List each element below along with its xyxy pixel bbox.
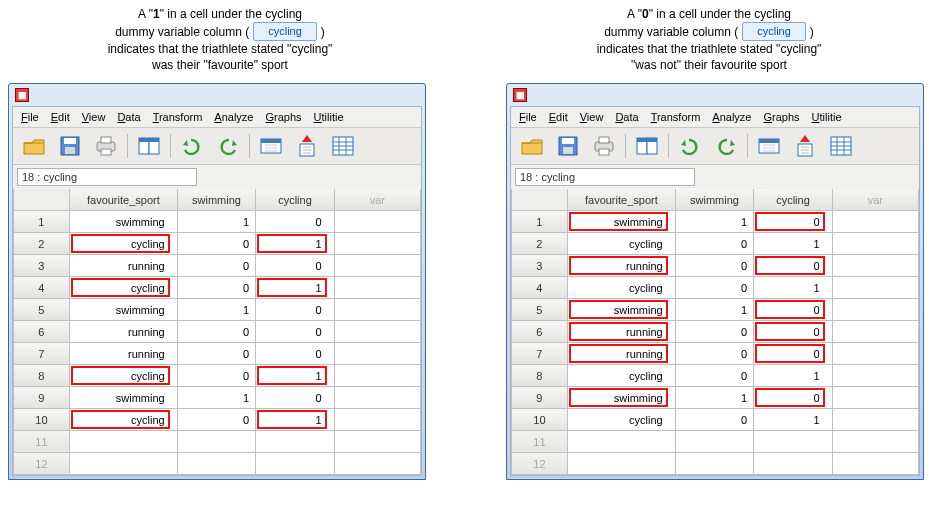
row-header[interactable]: 1 bbox=[13, 211, 70, 233]
cell-swimming[interactable]: 0 bbox=[676, 277, 754, 299]
open-file-button[interactable] bbox=[19, 132, 49, 160]
row-header[interactable]: 4 bbox=[511, 277, 568, 299]
cell-cycling[interactable]: 0 bbox=[256, 343, 334, 365]
row-header[interactable]: 10 bbox=[511, 409, 568, 431]
menu-file[interactable]: File bbox=[21, 111, 39, 123]
cell-var[interactable] bbox=[335, 365, 421, 387]
menu-edit[interactable]: Edit bbox=[549, 111, 568, 123]
print-button[interactable] bbox=[91, 132, 121, 160]
cell-swimming[interactable] bbox=[178, 453, 256, 475]
cell-favourite[interactable]: swimming bbox=[70, 299, 178, 321]
cell-favourite[interactable]: cycling bbox=[568, 277, 676, 299]
menu-view[interactable]: View bbox=[580, 111, 604, 123]
row-header[interactable]: 4 bbox=[13, 277, 70, 299]
cell-var[interactable] bbox=[335, 277, 421, 299]
row-header[interactable]: 7 bbox=[511, 343, 568, 365]
cell-favourite[interactable]: cycling bbox=[568, 365, 676, 387]
save-button[interactable] bbox=[553, 132, 583, 160]
cell-favourite[interactable]: swimming bbox=[70, 387, 178, 409]
col-favourite[interactable]: favourite_sport bbox=[70, 189, 178, 211]
cell-cycling[interactable] bbox=[754, 431, 832, 453]
menu-graphs[interactable]: Graphs bbox=[265, 111, 301, 123]
row-header[interactable]: 11 bbox=[13, 431, 70, 453]
menu-transform[interactable]: Transform bbox=[153, 111, 203, 123]
col-var[interactable]: var bbox=[833, 189, 919, 211]
recall-dialog-button[interactable] bbox=[632, 132, 662, 160]
cell-favourite[interactable]: cycling bbox=[70, 277, 178, 299]
cell-var[interactable] bbox=[833, 387, 919, 409]
row-header[interactable]: 3 bbox=[511, 255, 568, 277]
row-header[interactable]: 11 bbox=[511, 431, 568, 453]
menu-analyze[interactable]: Analyze bbox=[214, 111, 253, 123]
cell-cycling[interactable]: 1 bbox=[754, 365, 832, 387]
recall-dialog-button[interactable] bbox=[134, 132, 164, 160]
menu-file[interactable]: File bbox=[519, 111, 537, 123]
menu-edit[interactable]: Edit bbox=[51, 111, 70, 123]
cell-var[interactable] bbox=[335, 343, 421, 365]
cell-swimming[interactable] bbox=[676, 431, 754, 453]
cell-favourite[interactable] bbox=[70, 431, 178, 453]
goto-variable-button[interactable] bbox=[790, 132, 820, 160]
cell-var[interactable] bbox=[833, 365, 919, 387]
cell-cycling[interactable]: 0 bbox=[754, 343, 832, 365]
cell-swimming[interactable] bbox=[676, 453, 754, 475]
col-swimming[interactable]: swimming bbox=[676, 189, 754, 211]
cell-favourite[interactable]: swimming bbox=[568, 211, 676, 233]
cell-cycling[interactable]: 1 bbox=[256, 409, 334, 431]
cell-var[interactable] bbox=[335, 255, 421, 277]
cell-cycling[interactable]: 0 bbox=[256, 255, 334, 277]
row-header[interactable]: 7 bbox=[13, 343, 70, 365]
cell-var[interactable] bbox=[833, 211, 919, 233]
cell-var[interactable] bbox=[335, 431, 421, 453]
cell-indicator-input[interactable] bbox=[515, 168, 695, 186]
cell-cycling[interactable] bbox=[754, 453, 832, 475]
redo-button[interactable] bbox=[213, 132, 243, 160]
cell-swimming[interactable]: 1 bbox=[178, 387, 256, 409]
cell-var[interactable] bbox=[833, 453, 919, 475]
cell-cycling[interactable]: 1 bbox=[754, 409, 832, 431]
cell-cycling[interactable]: 0 bbox=[256, 299, 334, 321]
cell-favourite[interactable]: swimming bbox=[568, 299, 676, 321]
cell-var[interactable] bbox=[335, 211, 421, 233]
cell-var[interactable] bbox=[833, 431, 919, 453]
row-header[interactable]: 6 bbox=[511, 321, 568, 343]
cell-var[interactable] bbox=[335, 233, 421, 255]
cell-var[interactable] bbox=[833, 409, 919, 431]
cell-swimming[interactable]: 0 bbox=[178, 255, 256, 277]
variables-button[interactable] bbox=[328, 132, 358, 160]
cell-favourite[interactable]: running bbox=[568, 343, 676, 365]
row-header[interactable]: 5 bbox=[13, 299, 70, 321]
cell-favourite[interactable]: swimming bbox=[568, 387, 676, 409]
cell-favourite[interactable]: running bbox=[70, 255, 178, 277]
cell-swimming[interactable]: 1 bbox=[676, 211, 754, 233]
cell-var[interactable] bbox=[335, 409, 421, 431]
cell-favourite[interactable]: running bbox=[568, 321, 676, 343]
goto-case-button[interactable] bbox=[754, 132, 784, 160]
row-header[interactable]: 6 bbox=[13, 321, 70, 343]
row-header[interactable]: 1 bbox=[511, 211, 568, 233]
cell-cycling[interactable]: 0 bbox=[256, 321, 334, 343]
row-header[interactable]: 10 bbox=[13, 409, 70, 431]
cell-var[interactable] bbox=[335, 321, 421, 343]
cell-swimming[interactable]: 0 bbox=[676, 255, 754, 277]
cell-swimming[interactable]: 1 bbox=[676, 299, 754, 321]
cell-cycling[interactable]: 1 bbox=[754, 277, 832, 299]
cell-swimming[interactable]: 1 bbox=[676, 387, 754, 409]
row-header[interactable]: 9 bbox=[13, 387, 70, 409]
row-header[interactable]: 2 bbox=[511, 233, 568, 255]
cell-swimming[interactable]: 0 bbox=[676, 321, 754, 343]
cell-cycling[interactable]: 1 bbox=[256, 365, 334, 387]
cell-swimming[interactable]: 0 bbox=[676, 365, 754, 387]
cell-swimming[interactable] bbox=[178, 431, 256, 453]
cell-swimming[interactable]: 0 bbox=[178, 321, 256, 343]
cell-var[interactable] bbox=[833, 277, 919, 299]
cell-var[interactable] bbox=[335, 453, 421, 475]
col-cycling[interactable]: cycling bbox=[256, 189, 334, 211]
row-header[interactable]: 9 bbox=[511, 387, 568, 409]
menu-graphs[interactable]: Graphs bbox=[763, 111, 799, 123]
menu-utilities[interactable]: Utilitie bbox=[314, 111, 344, 123]
row-header[interactable]: 2 bbox=[13, 233, 70, 255]
cell-cycling[interactable]: 0 bbox=[754, 387, 832, 409]
row-header[interactable]: 5 bbox=[511, 299, 568, 321]
cell-cycling[interactable] bbox=[256, 431, 334, 453]
